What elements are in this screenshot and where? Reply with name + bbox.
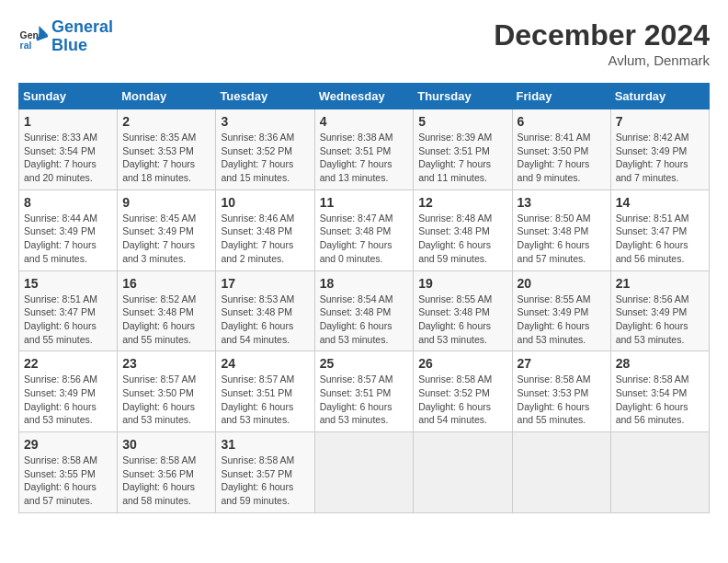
logo-line2: Blue: [51, 36, 87, 54]
day-cell: 7Sunrise: 8:42 AMSunset: 3:49 PMDaylight…: [610, 109, 709, 190]
day-number: 9: [122, 195, 210, 210]
day-number: 12: [418, 195, 506, 210]
logo: Gene ral General Blue: [18, 18, 113, 55]
day-number: 14: [616, 195, 704, 210]
day-cell: 12Sunrise: 8:48 AMSunset: 3:48 PMDayligh…: [414, 190, 512, 270]
day-info: Sunrise: 8:56 AMSunset: 3:49 PMDaylight:…: [616, 293, 704, 347]
day-of-week-header: Friday: [512, 84, 610, 109]
day-number: 16: [122, 276, 210, 291]
day-info: Sunrise: 8:57 AMSunset: 3:50 PMDaylight:…: [122, 373, 210, 427]
day-number: 5: [418, 114, 506, 129]
day-number: 31: [221, 437, 309, 452]
day-info: Sunrise: 8:47 AMSunset: 3:48 PMDaylight:…: [320, 212, 409, 266]
location: Avlum, Denmark: [494, 52, 710, 68]
day-cell: 21Sunrise: 8:56 AMSunset: 3:49 PMDayligh…: [610, 270, 709, 351]
day-info: Sunrise: 8:58 AMSunset: 3:56 PMDaylight:…: [122, 454, 210, 508]
day-number: 10: [221, 195, 309, 210]
day-cell: 20Sunrise: 8:55 AMSunset: 3:49 PMDayligh…: [512, 270, 610, 351]
day-of-week-header: Wednesday: [314, 84, 414, 109]
day-cell: 24Sunrise: 8:57 AMSunset: 3:51 PMDayligh…: [216, 351, 314, 432]
day-info: Sunrise: 8:39 AMSunset: 3:51 PMDaylight:…: [418, 131, 506, 185]
day-cell: 16Sunrise: 8:52 AMSunset: 3:48 PMDayligh…: [118, 270, 216, 351]
day-number: 24: [221, 356, 309, 371]
calendar-header-row: SundayMondayTuesdayWednesdayThursdayFrid…: [19, 84, 710, 109]
day-number: 3: [221, 114, 309, 129]
day-number: 1: [24, 114, 112, 129]
day-cell: 10Sunrise: 8:46 AMSunset: 3:48 PMDayligh…: [216, 190, 314, 270]
day-number: 30: [122, 437, 210, 452]
day-info: Sunrise: 8:58 AMSunset: 3:55 PMDaylight:…: [24, 454, 112, 508]
day-number: 4: [320, 114, 409, 129]
empty-day-cell: [314, 432, 414, 513]
day-info: Sunrise: 8:36 AMSunset: 3:52 PMDaylight:…: [221, 131, 309, 185]
calendar-week-row: 15Sunrise: 8:51 AMSunset: 3:47 PMDayligh…: [19, 270, 710, 351]
day-number: 7: [616, 114, 704, 129]
day-number: 22: [24, 356, 112, 371]
day-cell: 5Sunrise: 8:39 AMSunset: 3:51 PMDaylight…: [414, 109, 512, 190]
day-of-week-header: Monday: [118, 84, 216, 109]
day-cell: 11Sunrise: 8:47 AMSunset: 3:48 PMDayligh…: [314, 190, 414, 270]
day-cell: 31Sunrise: 8:58 AMSunset: 3:57 PMDayligh…: [216, 432, 314, 513]
day-cell: 25Sunrise: 8:57 AMSunset: 3:51 PMDayligh…: [314, 351, 414, 432]
day-cell: 15Sunrise: 8:51 AMSunset: 3:47 PMDayligh…: [19, 270, 118, 351]
calendar-body: 1Sunrise: 8:33 AMSunset: 3:54 PMDaylight…: [19, 109, 710, 513]
day-number: 11: [320, 195, 409, 210]
day-info: Sunrise: 8:42 AMSunset: 3:49 PMDaylight:…: [616, 131, 704, 185]
empty-day-cell: [610, 432, 709, 513]
day-cell: 17Sunrise: 8:53 AMSunset: 3:48 PMDayligh…: [216, 270, 314, 351]
day-cell: 1Sunrise: 8:33 AMSunset: 3:54 PMDaylight…: [19, 109, 118, 190]
day-info: Sunrise: 8:45 AMSunset: 3:49 PMDaylight:…: [122, 212, 210, 266]
day-info: Sunrise: 8:53 AMSunset: 3:48 PMDaylight:…: [221, 293, 309, 347]
day-number: 26: [418, 356, 506, 371]
day-number: 25: [320, 356, 409, 371]
day-cell: 4Sunrise: 8:38 AMSunset: 3:51 PMDaylight…: [314, 109, 414, 190]
day-cell: 22Sunrise: 8:56 AMSunset: 3:49 PMDayligh…: [19, 351, 118, 432]
day-of-week-header: Thursday: [414, 84, 512, 109]
day-info: Sunrise: 8:54 AMSunset: 3:48 PMDaylight:…: [320, 293, 409, 347]
day-info: Sunrise: 8:58 AMSunset: 3:57 PMDaylight:…: [221, 454, 309, 508]
day-info: Sunrise: 8:55 AMSunset: 3:48 PMDaylight:…: [418, 293, 506, 347]
day-cell: 2Sunrise: 8:35 AMSunset: 3:53 PMDaylight…: [118, 109, 216, 190]
day-cell: 30Sunrise: 8:58 AMSunset: 3:56 PMDayligh…: [118, 432, 216, 513]
day-cell: 8Sunrise: 8:44 AMSunset: 3:49 PMDaylight…: [19, 190, 118, 270]
day-info: Sunrise: 8:51 AMSunset: 3:47 PMDaylight:…: [616, 212, 704, 266]
day-info: Sunrise: 8:35 AMSunset: 3:53 PMDaylight:…: [122, 131, 210, 185]
day-info: Sunrise: 8:44 AMSunset: 3:49 PMDaylight:…: [24, 212, 112, 266]
day-of-week-header: Saturday: [610, 84, 709, 109]
day-number: 15: [24, 276, 112, 291]
day-info: Sunrise: 8:50 AMSunset: 3:48 PMDaylight:…: [518, 212, 606, 266]
calendar-week-row: 29Sunrise: 8:58 AMSunset: 3:55 PMDayligh…: [19, 432, 710, 513]
day-info: Sunrise: 8:58 AMSunset: 3:54 PMDaylight:…: [616, 373, 704, 427]
empty-day-cell: [512, 432, 610, 513]
day-info: Sunrise: 8:57 AMSunset: 3:51 PMDaylight:…: [320, 373, 409, 427]
day-number: 13: [518, 195, 606, 210]
day-cell: 13Sunrise: 8:50 AMSunset: 3:48 PMDayligh…: [512, 190, 610, 270]
day-info: Sunrise: 8:55 AMSunset: 3:49 PMDaylight:…: [518, 293, 606, 347]
day-number: 19: [418, 276, 506, 291]
day-number: 23: [122, 356, 210, 371]
day-number: 2: [122, 114, 210, 129]
day-info: Sunrise: 8:48 AMSunset: 3:48 PMDaylight:…: [418, 212, 506, 266]
svg-text:ral: ral: [20, 40, 32, 51]
day-info: Sunrise: 8:41 AMSunset: 3:50 PMDaylight:…: [518, 131, 606, 185]
day-cell: 6Sunrise: 8:41 AMSunset: 3:50 PMDaylight…: [512, 109, 610, 190]
day-info: Sunrise: 8:52 AMSunset: 3:48 PMDaylight:…: [122, 293, 210, 347]
calendar-table: SundayMondayTuesdayWednesdayThursdayFrid…: [18, 83, 710, 513]
logo-line1: General: [51, 17, 113, 36]
month-title: December 2024: [494, 18, 710, 52]
day-info: Sunrise: 8:58 AMSunset: 3:52 PMDaylight:…: [418, 373, 506, 427]
day-cell: 3Sunrise: 8:36 AMSunset: 3:52 PMDaylight…: [216, 109, 314, 190]
day-cell: 28Sunrise: 8:58 AMSunset: 3:54 PMDayligh…: [610, 351, 709, 432]
page-header: Gene ral General Blue December 2024 Avlu…: [18, 18, 710, 68]
day-cell: 23Sunrise: 8:57 AMSunset: 3:50 PMDayligh…: [118, 351, 216, 432]
day-info: Sunrise: 8:56 AMSunset: 3:49 PMDaylight:…: [24, 373, 112, 427]
day-cell: 27Sunrise: 8:58 AMSunset: 3:53 PMDayligh…: [512, 351, 610, 432]
day-number: 29: [24, 437, 112, 452]
day-info: Sunrise: 8:33 AMSunset: 3:54 PMDaylight:…: [24, 131, 112, 185]
empty-day-cell: [414, 432, 512, 513]
day-of-week-header: Sunday: [19, 84, 118, 109]
day-cell: 26Sunrise: 8:58 AMSunset: 3:52 PMDayligh…: [414, 351, 512, 432]
day-cell: 14Sunrise: 8:51 AMSunset: 3:47 PMDayligh…: [610, 190, 709, 270]
calendar-week-row: 22Sunrise: 8:56 AMSunset: 3:49 PMDayligh…: [19, 351, 710, 432]
logo-icon: Gene ral: [18, 22, 48, 52]
